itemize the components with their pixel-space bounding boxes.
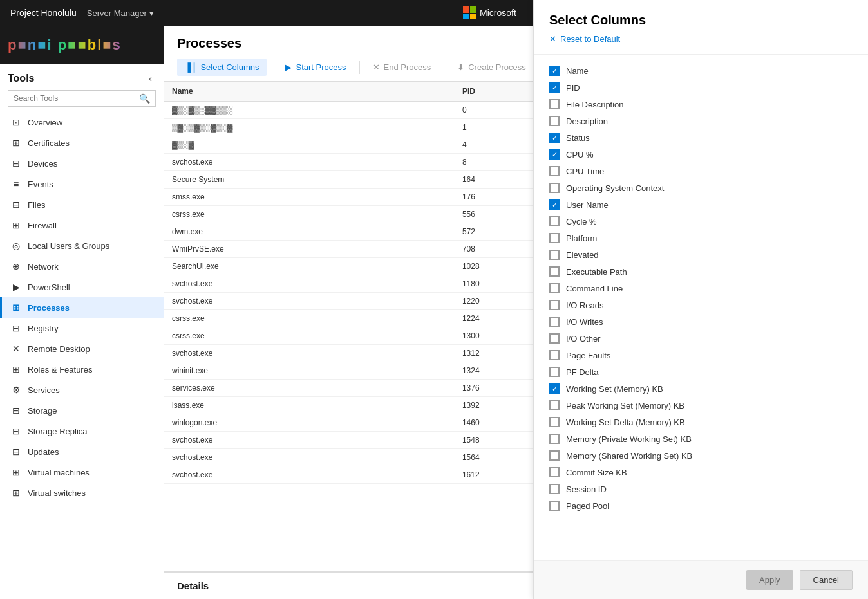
column-option-command-line[interactable]: Command Line <box>549 280 853 297</box>
column-option-elevated[interactable]: Elevated <box>549 246 853 263</box>
column-option-memory-private[interactable]: Memory (Private Working Set) KB <box>549 430 853 447</box>
sidebar-item-remote-desktop[interactable]: ✕ Remote Desktop <box>0 338 164 359</box>
nav-icon-registry: ⊟ <box>11 323 21 333</box>
sidebar-item-files[interactable]: ⊟ Files <box>0 194 164 215</box>
column-option-name[interactable]: ✓ Name <box>549 62 853 79</box>
collapse-button[interactable]: ‹ <box>145 72 156 85</box>
sidebar-item-powershell[interactable]: ▶ PowerShell <box>0 277 164 297</box>
cell-name: svchost.exe <box>164 345 455 362</box>
checkbox-description[interactable] <box>549 116 560 126</box>
column-option-os-context[interactable]: Operating System Context <box>549 180 853 196</box>
sidebar-item-updates[interactable]: ⊟ Updates <box>0 441 164 462</box>
column-option-cpu-pct[interactable]: ✓ CPU % <box>549 146 853 163</box>
checkbox-memory-shared[interactable] <box>549 450 560 461</box>
sidebar-item-virtual-switches[interactable]: ⊞ Virtual switches <box>0 483 164 503</box>
reset-default-button[interactable]: ✕ Reset to Default <box>549 34 620 44</box>
sidebar-item-storage[interactable]: ⊟ Storage <box>0 400 164 421</box>
cell-name: svchost.exe <box>164 449 455 466</box>
toolbar-divider-3 <box>444 61 444 74</box>
checkbox-file-description[interactable] <box>549 99 560 109</box>
column-option-platform[interactable]: Platform <box>549 230 853 246</box>
column-option-executable-path[interactable]: Executable Path <box>549 263 853 280</box>
checkbox-name[interactable]: ✓ <box>549 66 560 76</box>
checkbox-page-faults[interactable] <box>549 350 560 360</box>
columns-list: ✓ Name ✓ PID File Description Descriptio… <box>534 55 868 560</box>
column-option-session-id[interactable]: Session ID <box>549 481 853 497</box>
sidebar-item-roles-features[interactable]: ⊞ Roles & Features <box>0 359 164 380</box>
column-option-io-reads[interactable]: I/O Reads <box>549 297 853 313</box>
sidebar-item-devices[interactable]: ⊟ Devices <box>0 153 164 174</box>
checkbox-working-set-delta[interactable] <box>549 417 560 427</box>
column-label-commit-size: Commit Size KB <box>566 468 627 477</box>
checkbox-elevated[interactable] <box>549 250 560 260</box>
checkbox-command-line[interactable] <box>549 283 560 293</box>
column-option-commit-size[interactable]: Commit Size KB <box>549 464 853 481</box>
column-option-io-writes[interactable]: I/O Writes <box>549 313 853 330</box>
nav-icon-roles-features: ⊞ <box>11 364 21 374</box>
column-option-file-description[interactable]: File Description <box>549 96 853 113</box>
col-name[interactable]: Name <box>164 82 455 102</box>
cell-name: svchost.exe <box>164 275 455 293</box>
start-process-button[interactable]: ▶ Start Process <box>278 59 354 76</box>
checkbox-memory-private[interactable] <box>549 434 560 444</box>
checkbox-io-reads[interactable] <box>549 300 560 310</box>
end-process-button[interactable]: ✕ End Process <box>365 59 439 76</box>
cell-name: dwm.exe <box>164 223 455 241</box>
sidebar-item-firewall[interactable]: ⊞ Firewall <box>0 215 164 235</box>
column-option-cycle-pct[interactable]: Cycle % <box>549 213 853 230</box>
sidebar-item-local-users[interactable]: ◎ Local Users & Groups <box>0 235 164 256</box>
checkbox-pf-delta[interactable] <box>549 367 560 377</box>
column-option-working-set-delta[interactable]: Working Set Delta (Memory) KB <box>549 414 853 430</box>
checkbox-cycle-pct[interactable] <box>549 216 560 226</box>
checkbox-working-set[interactable]: ✓ <box>549 383 560 394</box>
column-label-working-set: Working Set (Memory) KB <box>566 384 663 394</box>
sidebar-item-processes[interactable]: ⊞ Processes <box>0 297 164 318</box>
checkbox-os-context[interactable] <box>549 183 560 193</box>
sidebar-item-network[interactable]: ⊕ Network <box>0 256 164 277</box>
column-option-cpu-time[interactable]: CPU Time <box>549 163 853 180</box>
cell-name: svchost.exe <box>164 432 455 449</box>
column-option-working-set[interactable]: ✓ Working Set (Memory) KB <box>549 380 853 397</box>
column-option-status[interactable]: ✓ Status <box>549 129 853 146</box>
sidebar-item-registry[interactable]: ⊟ Registry <box>0 318 164 338</box>
cancel-button[interactable]: Cancel <box>800 570 853 590</box>
checkbox-io-other[interactable] <box>549 333 560 344</box>
sidebar-item-storage-replica[interactable]: ⊟ Storage Replica <box>0 421 164 441</box>
checkbox-commit-size[interactable] <box>549 467 560 477</box>
column-option-pf-delta[interactable]: PF Delta <box>549 364 853 380</box>
checkbox-session-id[interactable] <box>549 484 560 494</box>
checkbox-io-writes[interactable] <box>549 317 560 327</box>
checkbox-peak-working-set[interactable] <box>549 400 560 410</box>
checkbox-cpu-pct[interactable]: ✓ <box>549 149 560 160</box>
checkbox-pid[interactable]: ✓ <box>549 82 560 93</box>
sidebar-item-events[interactable]: ≡ Events <box>0 174 164 194</box>
column-option-io-other[interactable]: I/O Other <box>549 330 853 347</box>
column-option-paged-pool[interactable]: Paged Pool <box>549 497 853 514</box>
sidebar-item-virtual-machines[interactable]: ⊞ Virtual machines <box>0 462 164 483</box>
checkbox-platform[interactable] <box>549 233 560 243</box>
sidebar-item-certificates[interactable]: ⊞ Certificates <box>0 133 164 153</box>
column-option-peak-working-set[interactable]: Peak Working Set (Memory) KB <box>549 397 853 414</box>
create-process-button[interactable]: ⬇ Create Process <box>449 59 534 76</box>
column-option-memory-shared[interactable]: Memory (Shared Working Set) KB <box>549 447 853 464</box>
checkbox-cpu-time[interactable] <box>549 166 560 176</box>
server-manager-menu[interactable]: Server Manager ▾ <box>87 8 154 18</box>
toolbar-divider-2 <box>359 61 360 74</box>
checkbox-executable-path[interactable] <box>549 266 560 277</box>
checkbox-status[interactable]: ✓ <box>549 133 560 143</box>
apply-button[interactable]: Apply <box>746 570 793 590</box>
cell-name: WmiPrvSE.exe <box>164 241 455 258</box>
column-label-io-writes: I/O Writes <box>566 317 603 327</box>
column-option-description[interactable]: Description <box>549 113 853 129</box>
column-option-page-faults[interactable]: Page Faults <box>549 347 853 364</box>
sidebar-item-services[interactable]: ⚙ Services <box>0 380 164 400</box>
search-tools-input[interactable] <box>8 91 134 106</box>
sidebar-item-overview[interactable]: ⊡ Overview <box>0 112 164 133</box>
nav-icon-virtual-switches: ⊞ <box>11 488 21 498</box>
column-option-user-name[interactable]: ✓ User Name <box>549 196 853 213</box>
checkbox-user-name[interactable]: ✓ <box>549 199 560 210</box>
column-option-pid[interactable]: ✓ PID <box>549 79 853 96</box>
cell-name: csrss.exe <box>164 327 455 345</box>
checkbox-paged-pool[interactable] <box>549 501 560 511</box>
select-columns-button[interactable]: ▐║ Select Columns <box>177 59 267 76</box>
